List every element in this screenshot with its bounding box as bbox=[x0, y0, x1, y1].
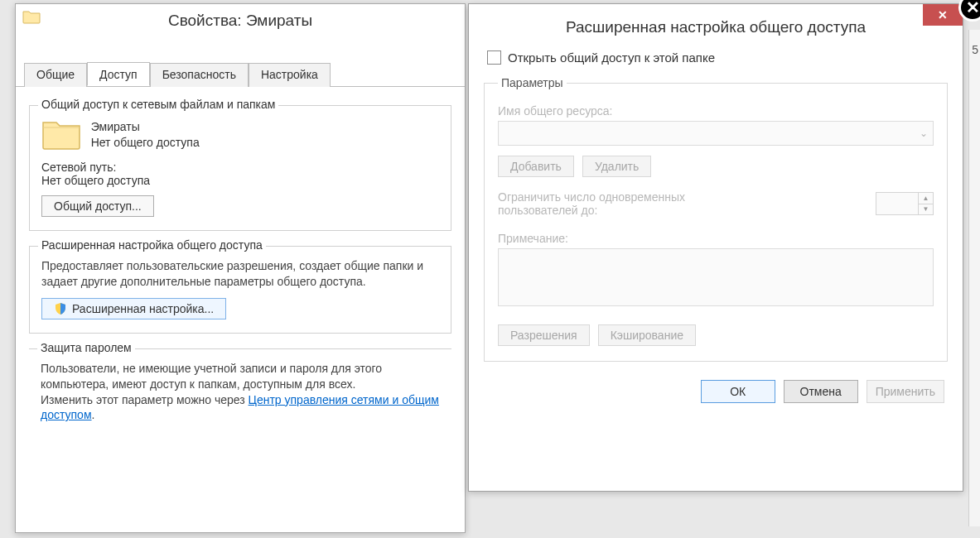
network-sharing-legend: Общий доступ к сетевым файлам и папкам bbox=[38, 98, 278, 111]
permissions-button[interactable]: Разрешения bbox=[498, 324, 590, 346]
add-share-button[interactable]: Добавить bbox=[498, 156, 574, 177]
network-path-value: Нет общего доступа bbox=[41, 174, 439, 187]
tab-customize[interactable]: Настройка bbox=[249, 63, 331, 87]
advanced-sharing-title: Расширенная настройка общего доступа bbox=[566, 18, 866, 36]
password-protect-group: Защита паролем Пользователи, не имеющие … bbox=[29, 348, 451, 424]
caching-button[interactable]: Кэширование bbox=[598, 324, 696, 346]
parameters-fieldset: Параметры Имя общего ресурса: ⌄ Добавить… bbox=[484, 76, 948, 362]
password-protect-legend: Защита паролем bbox=[37, 341, 135, 354]
advanced-settings-button[interactable]: Расширенная настройка... bbox=[41, 298, 226, 319]
properties-titlebar[interactable]: Свойства: Эмираты bbox=[16, 4, 465, 37]
tabstrip: Общие Доступ Безопасность Настройка bbox=[16, 62, 465, 87]
background-text: 5 bbox=[972, 43, 978, 56]
comment-textarea[interactable] bbox=[498, 248, 934, 306]
advanced-sharing-group: Расширенная настройка общего доступа Пре… bbox=[29, 246, 451, 334]
close-icon: ✕ bbox=[966, 0, 980, 17]
folder-icon bbox=[22, 9, 41, 24]
folder-share-status: Нет общего доступа bbox=[91, 135, 200, 151]
share-folder-checkbox[interactable] bbox=[487, 50, 501, 65]
apply-button[interactable]: Применить bbox=[867, 380, 944, 403]
password-protect-desc1: Пользователи, не имеющие учетной записи … bbox=[41, 361, 440, 392]
advanced-settings-label: Расширенная настройка... bbox=[72, 302, 214, 315]
advanced-sharing-legend: Расширенная настройка общего доступа bbox=[38, 238, 266, 252]
user-limit-spinner[interactable]: ▲ ▼ bbox=[876, 192, 934, 215]
user-limit-label: Ограничить число одновременных пользоват… bbox=[498, 190, 746, 217]
share-folder-label: Открыть общий доступ к этой папке bbox=[508, 50, 715, 65]
tab-security[interactable]: Безопасность bbox=[150, 63, 249, 87]
folder-large-icon bbox=[41, 118, 81, 151]
spinner-down-icon[interactable]: ▼ bbox=[919, 204, 933, 215]
advanced-sharing-titlebar[interactable]: Расширенная настройка общего доступа bbox=[469, 4, 963, 46]
chevron-down-icon: ⌄ bbox=[920, 127, 928, 139]
advanced-sharing-dialog: ✕ Расширенная настройка общего доступа О… bbox=[468, 3, 963, 492]
password-protect-desc2: Изменить этот параметр можно через Центр… bbox=[41, 392, 440, 424]
spinner-up-icon[interactable]: ▲ bbox=[919, 193, 933, 204]
shield-icon bbox=[54, 302, 67, 315]
remove-share-button[interactable]: Удалить bbox=[582, 156, 651, 177]
folder-name: Эмираты bbox=[91, 119, 200, 135]
advanced-sharing-desc: Предоставляет пользовательские разрешени… bbox=[41, 258, 439, 290]
tab-sharing[interactable]: Доступ bbox=[87, 62, 150, 86]
tab-general[interactable]: Общие bbox=[24, 63, 87, 87]
network-sharing-group: Общий доступ к сетевым файлам и папкам Э… bbox=[29, 105, 451, 231]
comment-label: Примечание: bbox=[498, 232, 934, 245]
ok-button[interactable]: ОК bbox=[701, 380, 775, 403]
share-button[interactable]: Общий доступ... bbox=[41, 195, 154, 217]
parameters-legend: Параметры bbox=[498, 76, 567, 89]
network-path-label: Сетевой путь: bbox=[41, 161, 439, 174]
properties-title: Свойства: Эмираты bbox=[168, 12, 312, 30]
share-name-combo[interactable]: ⌄ bbox=[498, 121, 934, 146]
background-strip bbox=[968, 30, 980, 526]
properties-dialog: Свойства: Эмираты Общие Доступ Безопасно… bbox=[15, 3, 466, 533]
share-name-label: Имя общего ресурса: bbox=[498, 104, 934, 118]
sharing-panel: Общий доступ к сетевым файлам и папкам Э… bbox=[16, 87, 465, 448]
cancel-button[interactable]: Отмена bbox=[784, 380, 858, 403]
